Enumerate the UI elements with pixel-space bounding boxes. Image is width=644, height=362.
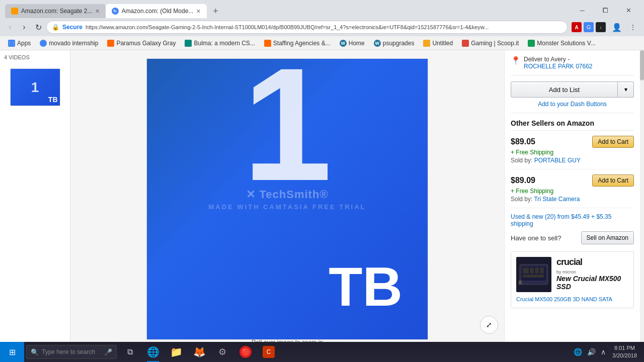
maximize-button[interactable]: ⧠ [594, 2, 617, 18]
volume-icon[interactable]: 🔊 [586, 348, 597, 356]
seller-2-name-link[interactable]: Tri State Camera [534, 196, 580, 203]
dash-buttons-link[interactable]: Add to your Dash Buttons [511, 101, 634, 108]
fullscreen-button[interactable]: ⤢ [480, 316, 498, 334]
right-sidebar: 📍 Deliver to Avery - ROCHELLE PARK 07662… [504, 50, 640, 348]
bookmarks-bar: ⋮⋮ Apps movado internship Paramus Galaxy… [0, 36, 644, 50]
deliver-location-link[interactable]: ROCHELLE PARK 07662 [524, 63, 593, 70]
bookmark-movado[interactable]: movado internship [36, 38, 102, 49]
taskbar: ⊞ 🔍 Type here to search 🎤 ⧉ 🌐 📁 🦊 ⚙ 🔴 C … [0, 342, 644, 362]
bulma-favicon [185, 40, 192, 47]
address-bar[interactable]: 🔒 Secure https://www.amazon.com/Seagate-… [46, 21, 568, 34]
seller-1-price-row: $89.05 Add to Cart [511, 136, 634, 148]
gaming-favicon [462, 40, 469, 47]
chrome-taskbar-item[interactable]: 🌐 [142, 342, 164, 362]
crucial-logo: crucial [556, 257, 628, 267]
tab-2-label: Amazon.com: (Old Mode... [122, 8, 194, 15]
ext-3[interactable]: ↓ [596, 22, 606, 32]
seller-1-add-cart-button[interactable]: Add to Cart [592, 136, 634, 148]
other-sellers-header: Other Sellers on Amazon [511, 119, 634, 131]
movado-favicon [40, 40, 47, 47]
apps-favicon: ⋮⋮ [8, 40, 15, 47]
bookmark-apps[interactable]: ⋮⋮ Apps [4, 38, 35, 49]
thumbnail-1[interactable]: 1 TB [10, 68, 60, 106]
ad-content: crucial by micron New Crucial MX500 SSD [516, 257, 628, 292]
tray-overflow-icon[interactable]: ∧ [599, 348, 607, 356]
file-explorer-taskbar-item[interactable]: 📁 [165, 342, 187, 362]
svg-rect-2 [523, 267, 529, 274]
seller-1-price: $89.05 [511, 137, 535, 146]
app-5-taskbar-item[interactable]: ⚙ [211, 342, 233, 362]
firefox-taskbar-item[interactable]: 🦊 [188, 342, 210, 362]
lock-icon: 🔒 [52, 24, 59, 31]
windows-logo-icon: ⊞ [9, 347, 16, 357]
back-button[interactable]: ‹ [4, 21, 16, 33]
product-image-area: 4 VIDEOS 1 TB 1 TB ✕ TechSmit [0, 50, 504, 348]
seller-row-2: $89.09 Add to Cart + Free Shipping Sold … [511, 174, 634, 208]
user-button[interactable]: 👤 [610, 20, 624, 34]
seller-1-name-link[interactable]: PORTABLE GUY [534, 157, 581, 164]
tab-2[interactable]: ↻ Amazon.com: (Old Mode... × [106, 4, 207, 18]
ext-2[interactable]: G [584, 22, 594, 32]
home-favicon: W [340, 40, 347, 47]
page-scrollbar[interactable] [640, 50, 644, 348]
taskbar-search-placeholder: Type here to search [42, 348, 95, 355]
task-view-icon: ⧉ [127, 347, 133, 356]
task-view-button[interactable]: ⧉ [119, 342, 141, 362]
taskbar-items: ⧉ 🌐 📁 🦊 ⚙ 🔴 C [119, 342, 572, 362]
psupgrades-favicon: W [374, 40, 381, 47]
tab-1[interactable]: Amazon.com: Seagate 2... × [5, 4, 106, 18]
other-sellers-section: Other Sellers on Amazon $89.05 Add to Ca… [511, 119, 634, 308]
microphone-icon[interactable]: 🎤 [104, 348, 112, 356]
bookmark-untitled[interactable]: Untitled [419, 38, 457, 49]
have-to-sell-text: Have one to sell? [511, 234, 561, 242]
system-clock[interactable]: 8:01 PM 3/20/2018 [609, 344, 640, 360]
ad-bottom-link[interactable]: Crucial MX500 250GB 3D NAND SATA [516, 296, 612, 302]
untitled-favicon [423, 40, 430, 47]
add-to-list-row: Add to List ▾ [511, 81, 634, 98]
sell-on-amazon-button[interactable]: Sell on Amazon [581, 231, 634, 244]
tab-2-close[interactable]: × [196, 7, 200, 15]
seller-2-add-cart-button[interactable]: Add to Cart [592, 174, 634, 187]
new-tab-button[interactable]: + [209, 4, 223, 18]
app-7-taskbar-item[interactable]: C [258, 342, 280, 362]
bookmark-staffing[interactable]: Staffing Agencies &... [260, 38, 335, 49]
tab-1-close[interactable]: × [95, 7, 99, 15]
minimize-button[interactable]: ─ [571, 2, 594, 18]
bookmark-monster[interactable]: Monster Solutions V... [524, 38, 599, 49]
close-button[interactable]: ✕ [617, 2, 640, 18]
network-icon[interactable]: 🌐 [572, 348, 584, 356]
chrome-icon: 🌐 [147, 346, 159, 358]
bookmark-psupgrades[interactable]: W psupgrades [370, 38, 419, 49]
app-6-taskbar-item[interactable]: 🔴 [234, 342, 257, 362]
taskbar-search-box[interactable]: 🔍 Type here to search 🎤 [26, 345, 117, 359]
start-button[interactable]: ⊞ [0, 342, 24, 362]
clock-date: 3/20/2018 [612, 352, 637, 359]
used-new-link[interactable]: Used & new (20) from $45.49 + $5.35 ship… [511, 213, 634, 227]
svg-rect-3 [530, 267, 534, 274]
location-icon: 📍 [511, 56, 521, 65]
bookmark-home[interactable]: W Home [336, 38, 369, 49]
app-5-icon: ⚙ [218, 346, 226, 357]
deliver-section: 📍 Deliver to Avery - ROCHELLE PARK 07662 [511, 55, 634, 75]
seller-row-1: $89.05 Add to Cart + Free Shipping Sold … [511, 136, 634, 169]
menu-button[interactable]: ⋮ [626, 20, 640, 34]
search-icon: 🔍 [31, 348, 39, 356]
reload-button[interactable]: ↻ [32, 21, 44, 33]
add-to-list-button[interactable]: Add to List [511, 81, 618, 98]
svg-rect-4 [535, 267, 539, 274]
svg-rect-7 [519, 281, 522, 285]
bookmark-bulma[interactable]: Bulma: a modern CS... [181, 38, 259, 49]
page-content: 4 VIDEOS 1 TB 1 TB ✕ TechSmit [0, 50, 644, 348]
forward-button[interactable]: › [18, 21, 30, 33]
bookmark-gaming[interactable]: Gaming | Scoop.it [458, 38, 523, 49]
add-to-list-dropdown[interactable]: ▾ [618, 81, 634, 98]
seller-1-soldby: Sold by: PORTABLE GUY [511, 157, 634, 164]
scrollbar-thumb[interactable] [640, 50, 644, 80]
thumbnail-strip: 4 VIDEOS 1 TB [0, 50, 70, 348]
ext-1[interactable]: A [572, 22, 582, 32]
ad-product-name: New Crucial MX500 SSD [556, 275, 628, 291]
system-tray: 🌐 🔊 ∧ 8:01 PM 3/20/2018 [572, 344, 644, 360]
bookmark-paramus[interactable]: Paramus Galaxy Gray [103, 38, 180, 49]
tab-2-favicon: ↻ [112, 8, 119, 15]
app-6-icon: 🔴 [239, 346, 252, 358]
